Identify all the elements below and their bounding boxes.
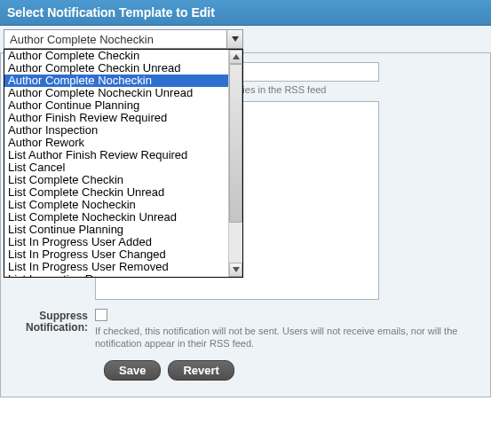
dropdown-option[interactable]: Author Complete Nocheckin — [4, 75, 228, 87]
suppress-checkbox[interactable] — [95, 309, 107, 321]
dialog-header: Select Notification Template to Edit — [0, 0, 491, 26]
dropdown-option[interactable]: Author Complete Checkin — [4, 50, 228, 62]
dialog-title: Select Notification Template to Edit — [7, 5, 215, 20]
svg-marker-0 — [232, 36, 239, 42]
dropdown-option[interactable]: List In Progress User Added — [4, 236, 228, 248]
scroll-thumb[interactable] — [229, 64, 242, 223]
scroll-track[interactable] — [229, 64, 242, 263]
svg-marker-1 — [233, 54, 240, 59]
revert-button[interactable]: Revert — [168, 360, 234, 381]
dropdown-option[interactable]: List Author Finish Review Required — [4, 149, 228, 161]
dropdown-option[interactable]: List In Progress User Removed — [4, 261, 228, 273]
template-select[interactable]: Author Complete Nocheckin — [4, 29, 243, 49]
suppress-label-line1: Suppress — [39, 310, 88, 322]
dropdown-option[interactable]: List Cancel — [4, 161, 228, 174]
save-button[interactable]: Save — [104, 360, 161, 381]
template-dropdown-list: Author Complete CheckinAuthor Complete C… — [4, 50, 228, 277]
dropdown-option[interactable]: Author Finish Review Required — [4, 112, 228, 124]
dropdown-option[interactable]: Author Complete Nocheckin Unread — [4, 87, 228, 99]
svg-marker-2 — [233, 267, 240, 272]
template-select-row: Author Complete Nocheckin Author Complet… — [0, 26, 491, 53]
dropdown-option[interactable]: List Complete Checkin Unread — [4, 186, 228, 199]
template-select-value: Author Complete Nocheckin — [10, 33, 154, 46]
dropdown-option[interactable]: Author Continue Planning — [4, 99, 228, 112]
dropdown-arrow-icon[interactable] — [226, 30, 242, 48]
suppress-label: Suppress Notification: — [10, 309, 95, 350]
scroll-down-button[interactable] — [229, 263, 242, 277]
dropdown-option[interactable]: Author Complete Checkin Unread — [4, 62, 228, 75]
dropdown-option[interactable]: Author Inspection — [4, 124, 228, 137]
dropdown-option[interactable]: List Complete Checkin — [4, 174, 228, 186]
template-dropdown: Author Complete CheckinAuthor Complete C… — [4, 49, 243, 278]
dropdown-option[interactable]: List Complete Nocheckin Unread — [4, 211, 228, 224]
dropdown-option[interactable]: List In Progress User Changed — [4, 248, 228, 261]
suppress-helper: If checked, this notification will not b… — [95, 325, 481, 350]
dropdown-scrollbar[interactable] — [228, 50, 242, 277]
dropdown-option[interactable]: Author Rework — [4, 137, 228, 149]
dropdown-option[interactable]: List Continue Planning — [4, 224, 228, 236]
dropdown-option[interactable]: List Complete Nocheckin — [4, 199, 228, 211]
button-row: Save Revert — [10, 360, 481, 381]
suppress-row: Suppress Notification: If checked, this … — [10, 309, 481, 350]
dropdown-option[interactable]: List Inspection Resume — [4, 273, 228, 277]
suppress-label-line2: Notification: — [26, 321, 88, 334]
scroll-up-button[interactable] — [229, 50, 242, 64]
